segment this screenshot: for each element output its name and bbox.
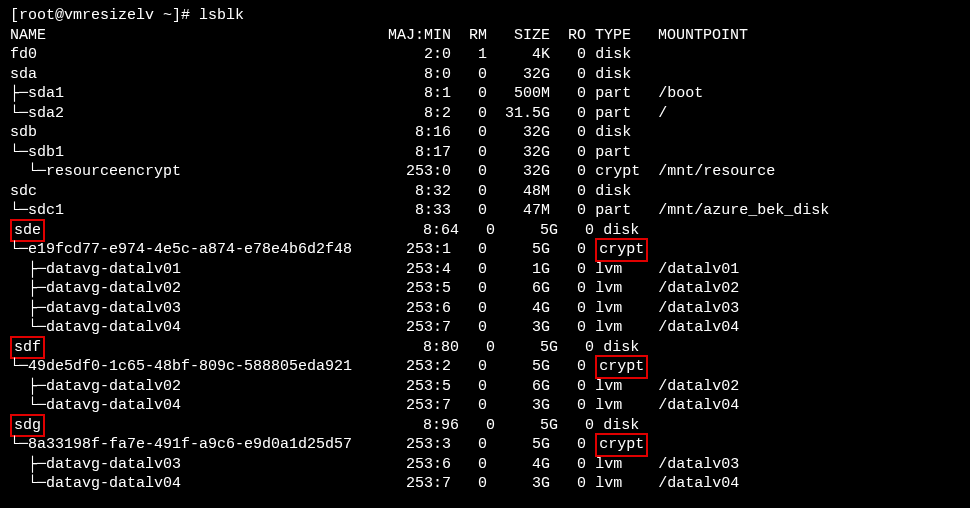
mountpoint: / <box>658 105 667 122</box>
device-name: datavg-datalv01 <box>46 261 181 278</box>
lsblk-row: sdf 8:80 0 5G 0 disk <box>10 338 960 358</box>
lsblk-row: └─8a33198f-fa7e-491f-a9c6-e9d0a1d25d57 2… <box>10 435 960 455</box>
device-type: disk <box>595 46 631 63</box>
device-type: lvm <box>595 261 622 278</box>
device-name: sda1 <box>28 85 64 102</box>
lsblk-row: └─resourceencrypt 253:0 0 32G 0 crypt /m… <box>10 162 960 182</box>
mountpoint: /datalv02 <box>658 378 739 395</box>
device-name: datavg-datalv03 <box>46 456 181 473</box>
device-type: lvm <box>595 378 622 395</box>
device-type: crypt <box>595 238 648 262</box>
lsblk-row: └─datavg-datalv04 253:7 0 3G 0 lvm /data… <box>10 396 960 416</box>
device-name: datavg-datalv04 <box>46 475 181 492</box>
device-name: sde <box>10 219 45 243</box>
device-name: sdb1 <box>28 144 64 161</box>
device-name: resourceencrypt <box>46 163 181 180</box>
device-name: datavg-datalv02 <box>46 378 181 395</box>
lsblk-row: └─sdb1 8:17 0 32G 0 part <box>10 143 960 163</box>
command: lsblk <box>199 7 244 24</box>
lsblk-row: sdg 8:96 0 5G 0 disk <box>10 416 960 436</box>
device-name: datavg-datalv02 <box>46 280 181 297</box>
lsblk-row: ├─datavg-datalv02 253:5 0 6G 0 lvm /data… <box>10 377 960 397</box>
device-name: fd0 <box>10 46 37 63</box>
lsblk-row: ├─datavg-datalv03 253:6 0 4G 0 lvm /data… <box>10 299 960 319</box>
prompt-line: [root@vmresizelv ~]# lsblk <box>10 6 960 26</box>
lsblk-row: fd0 2:0 1 4K 0 disk <box>10 45 960 65</box>
lsblk-row: └─49de5df0-1c65-48bf-809c-588805eda921 2… <box>10 357 960 377</box>
device-type: part <box>595 105 631 122</box>
device-type: part <box>595 144 631 161</box>
device-type: lvm <box>595 300 622 317</box>
device-type: crypt <box>595 433 648 457</box>
shell-prompt: [root@vmresizelv ~]# <box>10 7 199 24</box>
device-type: crypt <box>595 163 640 180</box>
device-name: sdg <box>10 414 45 438</box>
device-type: disk <box>603 222 639 239</box>
mountpoint: /datalv03 <box>658 456 739 473</box>
device-type: part <box>595 85 631 102</box>
mountpoint: /datalv04 <box>658 397 739 414</box>
lsblk-row: └─sdc1 8:33 0 47M 0 part /mnt/azure_bek_… <box>10 201 960 221</box>
lsblk-row: ├─datavg-datalv02 253:5 0 6G 0 lvm /data… <box>10 279 960 299</box>
device-name: datavg-datalv04 <box>46 397 181 414</box>
lsblk-row: sde 8:64 0 5G 0 disk <box>10 221 960 241</box>
lsblk-header: NAME MAJ:MIN RM SIZE RO TYPE MOUNTPOINT <box>10 26 960 46</box>
mountpoint: /datalv04 <box>658 319 739 336</box>
lsblk-row: ├─datavg-datalv01 253:4 0 1G 0 lvm /data… <box>10 260 960 280</box>
device-name: 49de5df0-1c65-48bf-809c-588805eda921 <box>28 358 352 375</box>
device-name: 8a33198f-fa7e-491f-a9c6-e9d0a1d25d57 <box>28 436 352 453</box>
mountpoint: /mnt/azure_bek_disk <box>658 202 829 219</box>
device-type: lvm <box>595 397 622 414</box>
device-name: sdc1 <box>28 202 64 219</box>
lsblk-row: └─sda2 8:2 0 31.5G 0 part / <box>10 104 960 124</box>
mountpoint: /boot <box>658 85 703 102</box>
device-type: disk <box>595 66 631 83</box>
lsblk-row: ├─datavg-datalv03 253:6 0 4G 0 lvm /data… <box>10 455 960 475</box>
device-name: datavg-datalv03 <box>46 300 181 317</box>
device-type: lvm <box>595 456 622 473</box>
device-type: part <box>595 202 631 219</box>
device-type: disk <box>603 417 639 434</box>
device-type: lvm <box>595 319 622 336</box>
mountpoint: /datalv03 <box>658 300 739 317</box>
device-type: lvm <box>595 280 622 297</box>
device-type: disk <box>595 183 631 200</box>
mountpoint: /mnt/resource <box>658 163 775 180</box>
device-type: lvm <box>595 475 622 492</box>
lsblk-row: └─datavg-datalv04 253:7 0 3G 0 lvm /data… <box>10 318 960 338</box>
lsblk-row: └─e19fcd77-e974-4e5c-a874-e78e4b6d2f48 2… <box>10 240 960 260</box>
device-name: sdb <box>10 124 37 141</box>
mountpoint: /datalv04 <box>658 475 739 492</box>
lsblk-row: sdc 8:32 0 48M 0 disk <box>10 182 960 202</box>
device-name: datavg-datalv04 <box>46 319 181 336</box>
mountpoint: /datalv01 <box>658 261 739 278</box>
device-name: sdf <box>10 336 45 360</box>
lsblk-row: sda 8:0 0 32G 0 disk <box>10 65 960 85</box>
mountpoint: /datalv02 <box>658 280 739 297</box>
device-type: crypt <box>595 355 648 379</box>
device-name: sda <box>10 66 37 83</box>
lsblk-output: fd0 2:0 1 4K 0 disk sda 8:0 0 32G 0 disk… <box>10 45 960 494</box>
device-name: e19fcd77-e974-4e5c-a874-e78e4b6d2f48 <box>28 241 352 258</box>
device-name: sda2 <box>28 105 64 122</box>
device-type: disk <box>595 124 631 141</box>
lsblk-row: sdb 8:16 0 32G 0 disk <box>10 123 960 143</box>
lsblk-row: └─datavg-datalv04 253:7 0 3G 0 lvm /data… <box>10 474 960 494</box>
device-type: disk <box>603 339 639 356</box>
device-name: sdc <box>10 183 37 200</box>
lsblk-row: ├─sda1 8:1 0 500M 0 part /boot <box>10 84 960 104</box>
